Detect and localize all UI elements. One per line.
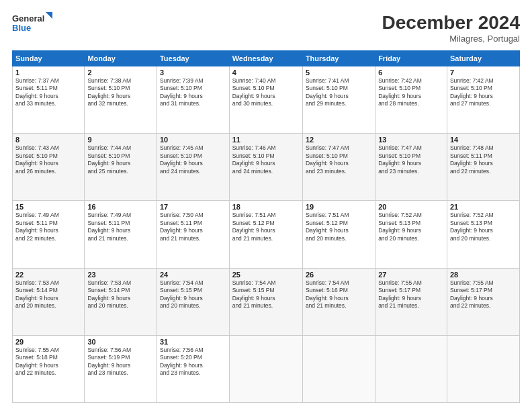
table-row: 27Sunrise: 7:55 AMSunset: 5:17 PMDayligh…: [375, 268, 447, 335]
col-tuesday: Tuesday: [157, 51, 229, 66]
week-row-4: 29Sunrise: 7:55 AMSunset: 5:18 PMDayligh…: [13, 335, 520, 402]
week-row-2: 15Sunrise: 7:49 AMSunset: 5:11 PMDayligh…: [13, 201, 520, 268]
table-row: 23Sunrise: 7:53 AMSunset: 5:14 PMDayligh…: [85, 268, 157, 335]
table-row: [229, 335, 302, 402]
table-row: 5Sunrise: 7:41 AMSunset: 5:10 PMDaylight…: [302, 66, 375, 134]
table-row: 28Sunrise: 7:55 AMSunset: 5:17 PMDayligh…: [447, 268, 519, 335]
col-monday: Monday: [85, 51, 157, 66]
table-row: 22Sunrise: 7:53 AMSunset: 5:14 PMDayligh…: [13, 268, 85, 335]
table-row: 30Sunrise: 7:56 AMSunset: 5:19 PMDayligh…: [85, 335, 157, 402]
table-row: 14Sunrise: 7:48 AMSunset: 5:11 PMDayligh…: [447, 134, 519, 201]
table-row: 20Sunrise: 7:52 AMSunset: 5:13 PMDayligh…: [375, 201, 447, 268]
table-row: 18Sunrise: 7:51 AMSunset: 5:12 PMDayligh…: [229, 201, 302, 268]
table-row: 31Sunrise: 7:56 AMSunset: 5:20 PMDayligh…: [157, 335, 229, 402]
title-block: December 2024 Milagres, Portugal: [382, 12, 520, 44]
svg-text:General: General: [12, 13, 44, 24]
svg-text:Blue: Blue: [12, 23, 31, 33]
week-row-0: 1Sunrise: 7:37 AMSunset: 5:11 PMDaylight…: [13, 66, 520, 134]
table-row: 24Sunrise: 7:54 AMSunset: 5:15 PMDayligh…: [157, 268, 229, 335]
table-row: 29Sunrise: 7:55 AMSunset: 5:18 PMDayligh…: [13, 335, 85, 402]
col-wednesday: Wednesday: [229, 51, 302, 66]
col-sunday: Sunday: [13, 51, 85, 66]
col-thursday: Thursday: [302, 51, 375, 66]
table-row: [447, 335, 519, 402]
calendar: Sunday Monday Tuesday Wednesday Thursday…: [12, 50, 520, 403]
table-row: 1Sunrise: 7:37 AMSunset: 5:11 PMDaylight…: [13, 66, 85, 134]
table-row: 15Sunrise: 7:49 AMSunset: 5:11 PMDayligh…: [13, 201, 85, 268]
table-row: 6Sunrise: 7:42 AMSunset: 5:10 PMDaylight…: [375, 66, 447, 134]
table-row: 7Sunrise: 7:42 AMSunset: 5:10 PMDaylight…: [447, 66, 519, 134]
table-row: 2Sunrise: 7:38 AMSunset: 5:10 PMDaylight…: [85, 66, 157, 134]
col-saturday: Saturday: [447, 51, 519, 66]
table-row: 16Sunrise: 7:49 AMSunset: 5:11 PMDayligh…: [85, 201, 157, 268]
month-title: December 2024: [382, 12, 520, 34]
table-row: 10Sunrise: 7:45 AMSunset: 5:10 PMDayligh…: [157, 134, 229, 201]
col-friday: Friday: [375, 51, 447, 66]
table-row: 17Sunrise: 7:50 AMSunset: 5:11 PMDayligh…: [157, 201, 229, 268]
table-row: 25Sunrise: 7:54 AMSunset: 5:15 PMDayligh…: [229, 268, 302, 335]
week-row-3: 22Sunrise: 7:53 AMSunset: 5:14 PMDayligh…: [13, 268, 520, 335]
table-row: 26Sunrise: 7:54 AMSunset: 5:16 PMDayligh…: [302, 268, 375, 335]
table-row: 21Sunrise: 7:52 AMSunset: 5:13 PMDayligh…: [447, 201, 519, 268]
header-row: Sunday Monday Tuesday Wednesday Thursday…: [13, 51, 520, 66]
page: General Blue December 2024 Milagres, Por…: [0, 0, 532, 411]
table-row: 9Sunrise: 7:44 AMSunset: 5:10 PMDaylight…: [85, 134, 157, 201]
logo-svg: General Blue: [12, 12, 52, 36]
table-row: [375, 335, 447, 402]
location: Milagres, Portugal: [382, 34, 520, 44]
header: General Blue December 2024 Milagres, Por…: [12, 12, 520, 44]
week-row-1: 8Sunrise: 7:43 AMSunset: 5:10 PMDaylight…: [13, 134, 520, 201]
table-row: 11Sunrise: 7:46 AMSunset: 5:10 PMDayligh…: [229, 134, 302, 201]
table-row: [302, 335, 375, 402]
table-row: 4Sunrise: 7:40 AMSunset: 5:10 PMDaylight…: [229, 66, 302, 134]
table-row: 13Sunrise: 7:47 AMSunset: 5:10 PMDayligh…: [375, 134, 447, 201]
table-row: 19Sunrise: 7:51 AMSunset: 5:12 PMDayligh…: [302, 201, 375, 268]
table-row: 12Sunrise: 7:47 AMSunset: 5:10 PMDayligh…: [302, 134, 375, 201]
logo: General Blue: [12, 12, 52, 36]
table-row: 3Sunrise: 7:39 AMSunset: 5:10 PMDaylight…: [157, 66, 229, 134]
svg-marker-2: [46, 12, 52, 19]
table-row: 8Sunrise: 7:43 AMSunset: 5:10 PMDaylight…: [13, 134, 85, 201]
